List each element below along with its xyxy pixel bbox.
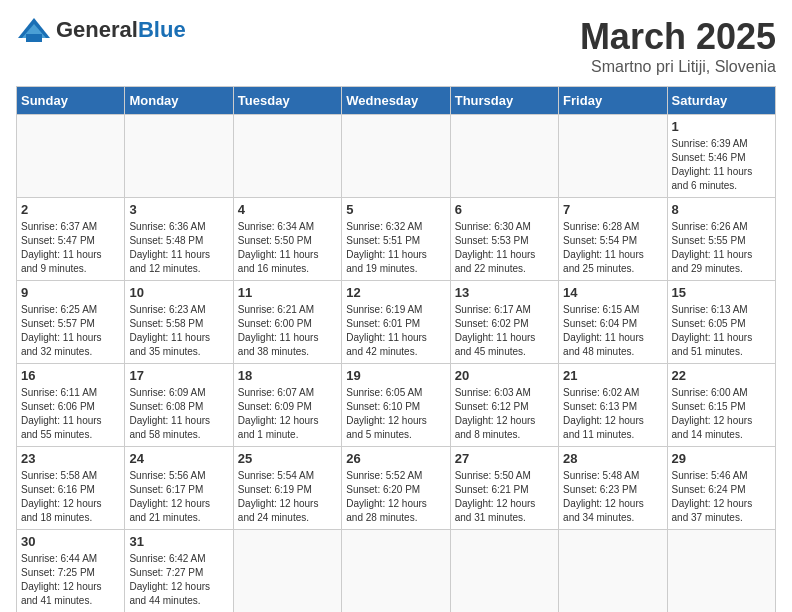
day-cell: 1Sunrise: 6:39 AM Sunset: 5:46 PM Daylig…	[667, 115, 775, 198]
day-cell: 19Sunrise: 6:05 AM Sunset: 6:10 PM Dayli…	[342, 364, 450, 447]
day-info: Sunrise: 6:26 AM Sunset: 5:55 PM Dayligh…	[672, 220, 771, 276]
day-info: Sunrise: 6:11 AM Sunset: 6:06 PM Dayligh…	[21, 386, 120, 442]
day-cell	[233, 115, 341, 198]
day-cell: 30Sunrise: 6:44 AM Sunset: 7:25 PM Dayli…	[17, 530, 125, 613]
day-cell: 26Sunrise: 5:52 AM Sunset: 6:20 PM Dayli…	[342, 447, 450, 530]
week-row: 9Sunrise: 6:25 AM Sunset: 5:57 PM Daylig…	[17, 281, 776, 364]
day-cell: 14Sunrise: 6:15 AM Sunset: 6:04 PM Dayli…	[559, 281, 667, 364]
day-info: Sunrise: 6:09 AM Sunset: 6:08 PM Dayligh…	[129, 386, 228, 442]
day-number: 17	[129, 368, 228, 383]
day-cell: 9Sunrise: 6:25 AM Sunset: 5:57 PM Daylig…	[17, 281, 125, 364]
day-number: 5	[346, 202, 445, 217]
day-info: Sunrise: 6:37 AM Sunset: 5:47 PM Dayligh…	[21, 220, 120, 276]
day-info: Sunrise: 6:36 AM Sunset: 5:48 PM Dayligh…	[129, 220, 228, 276]
day-cell: 4Sunrise: 6:34 AM Sunset: 5:50 PM Daylig…	[233, 198, 341, 281]
day-info: Sunrise: 5:46 AM Sunset: 6:24 PM Dayligh…	[672, 469, 771, 525]
logo-icon	[16, 16, 52, 44]
day-info: Sunrise: 6:21 AM Sunset: 6:00 PM Dayligh…	[238, 303, 337, 359]
day-cell: 27Sunrise: 5:50 AM Sunset: 6:21 PM Dayli…	[450, 447, 558, 530]
day-number: 26	[346, 451, 445, 466]
location-title: Smartno pri Litiji, Slovenia	[580, 58, 776, 76]
day-number: 27	[455, 451, 554, 466]
day-cell: 2Sunrise: 6:37 AM Sunset: 5:47 PM Daylig…	[17, 198, 125, 281]
day-cell: 13Sunrise: 6:17 AM Sunset: 6:02 PM Dayli…	[450, 281, 558, 364]
day-cell: 29Sunrise: 5:46 AM Sunset: 6:24 PM Dayli…	[667, 447, 775, 530]
day-cell: 11Sunrise: 6:21 AM Sunset: 6:00 PM Dayli…	[233, 281, 341, 364]
header-cell-monday: Monday	[125, 87, 233, 115]
day-info: Sunrise: 5:50 AM Sunset: 6:21 PM Dayligh…	[455, 469, 554, 525]
day-cell: 8Sunrise: 6:26 AM Sunset: 5:55 PM Daylig…	[667, 198, 775, 281]
day-info: Sunrise: 6:39 AM Sunset: 5:46 PM Dayligh…	[672, 137, 771, 193]
day-number: 15	[672, 285, 771, 300]
day-info: Sunrise: 5:58 AM Sunset: 6:16 PM Dayligh…	[21, 469, 120, 525]
logo: GeneralBlue	[16, 16, 186, 44]
day-info: Sunrise: 6:42 AM Sunset: 7:27 PM Dayligh…	[129, 552, 228, 608]
day-cell	[233, 530, 341, 613]
day-cell: 22Sunrise: 6:00 AM Sunset: 6:15 PM Dayli…	[667, 364, 775, 447]
day-cell	[450, 530, 558, 613]
day-info: Sunrise: 6:13 AM Sunset: 6:05 PM Dayligh…	[672, 303, 771, 359]
day-info: Sunrise: 6:03 AM Sunset: 6:12 PM Dayligh…	[455, 386, 554, 442]
day-number: 12	[346, 285, 445, 300]
day-number: 10	[129, 285, 228, 300]
logo-text: GeneralBlue	[56, 17, 186, 43]
day-cell	[17, 115, 125, 198]
header-cell-sunday: Sunday	[17, 87, 125, 115]
day-info: Sunrise: 5:54 AM Sunset: 6:19 PM Dayligh…	[238, 469, 337, 525]
header-cell-tuesday: Tuesday	[233, 87, 341, 115]
day-number: 13	[455, 285, 554, 300]
day-number: 31	[129, 534, 228, 549]
day-info: Sunrise: 6:19 AM Sunset: 6:01 PM Dayligh…	[346, 303, 445, 359]
day-info: Sunrise: 6:32 AM Sunset: 5:51 PM Dayligh…	[346, 220, 445, 276]
day-cell: 12Sunrise: 6:19 AM Sunset: 6:01 PM Dayli…	[342, 281, 450, 364]
day-cell: 7Sunrise: 6:28 AM Sunset: 5:54 PM Daylig…	[559, 198, 667, 281]
day-cell: 25Sunrise: 5:54 AM Sunset: 6:19 PM Dayli…	[233, 447, 341, 530]
header-cell-saturday: Saturday	[667, 87, 775, 115]
day-number: 20	[455, 368, 554, 383]
day-info: Sunrise: 6:34 AM Sunset: 5:50 PM Dayligh…	[238, 220, 337, 276]
day-number: 3	[129, 202, 228, 217]
day-cell: 6Sunrise: 6:30 AM Sunset: 5:53 PM Daylig…	[450, 198, 558, 281]
day-number: 21	[563, 368, 662, 383]
day-info: Sunrise: 6:44 AM Sunset: 7:25 PM Dayligh…	[21, 552, 120, 608]
day-info: Sunrise: 5:48 AM Sunset: 6:23 PM Dayligh…	[563, 469, 662, 525]
title-area: March 2025 Smartno pri Litiji, Slovenia	[580, 16, 776, 76]
day-cell	[559, 115, 667, 198]
svg-rect-2	[26, 34, 42, 42]
day-cell: 28Sunrise: 5:48 AM Sunset: 6:23 PM Dayli…	[559, 447, 667, 530]
day-info: Sunrise: 5:56 AM Sunset: 6:17 PM Dayligh…	[129, 469, 228, 525]
day-cell: 21Sunrise: 6:02 AM Sunset: 6:13 PM Dayli…	[559, 364, 667, 447]
day-info: Sunrise: 5:52 AM Sunset: 6:20 PM Dayligh…	[346, 469, 445, 525]
week-row: 1Sunrise: 6:39 AM Sunset: 5:46 PM Daylig…	[17, 115, 776, 198]
day-cell: 24Sunrise: 5:56 AM Sunset: 6:17 PM Dayli…	[125, 447, 233, 530]
day-cell: 15Sunrise: 6:13 AM Sunset: 6:05 PM Dayli…	[667, 281, 775, 364]
day-cell: 10Sunrise: 6:23 AM Sunset: 5:58 PM Dayli…	[125, 281, 233, 364]
calendar-table: SundayMondayTuesdayWednesdayThursdayFrid…	[16, 86, 776, 612]
day-cell: 17Sunrise: 6:09 AM Sunset: 6:08 PM Dayli…	[125, 364, 233, 447]
day-info: Sunrise: 6:07 AM Sunset: 6:09 PM Dayligh…	[238, 386, 337, 442]
day-cell: 31Sunrise: 6:42 AM Sunset: 7:27 PM Dayli…	[125, 530, 233, 613]
day-cell: 3Sunrise: 6:36 AM Sunset: 5:48 PM Daylig…	[125, 198, 233, 281]
day-cell	[450, 115, 558, 198]
day-number: 29	[672, 451, 771, 466]
day-cell	[342, 115, 450, 198]
day-info: Sunrise: 6:25 AM Sunset: 5:57 PM Dayligh…	[21, 303, 120, 359]
day-number: 24	[129, 451, 228, 466]
day-cell	[342, 530, 450, 613]
header-cell-thursday: Thursday	[450, 87, 558, 115]
week-row: 16Sunrise: 6:11 AM Sunset: 6:06 PM Dayli…	[17, 364, 776, 447]
day-number: 11	[238, 285, 337, 300]
day-info: Sunrise: 6:17 AM Sunset: 6:02 PM Dayligh…	[455, 303, 554, 359]
day-number: 4	[238, 202, 337, 217]
day-cell	[667, 530, 775, 613]
header: GeneralBlue March 2025 Smartno pri Litij…	[16, 16, 776, 76]
month-title: March 2025	[580, 16, 776, 58]
day-cell: 18Sunrise: 6:07 AM Sunset: 6:09 PM Dayli…	[233, 364, 341, 447]
week-row: 30Sunrise: 6:44 AM Sunset: 7:25 PM Dayli…	[17, 530, 776, 613]
day-number: 1	[672, 119, 771, 134]
header-cell-friday: Friday	[559, 87, 667, 115]
day-number: 9	[21, 285, 120, 300]
day-cell	[125, 115, 233, 198]
day-number: 19	[346, 368, 445, 383]
day-number: 25	[238, 451, 337, 466]
